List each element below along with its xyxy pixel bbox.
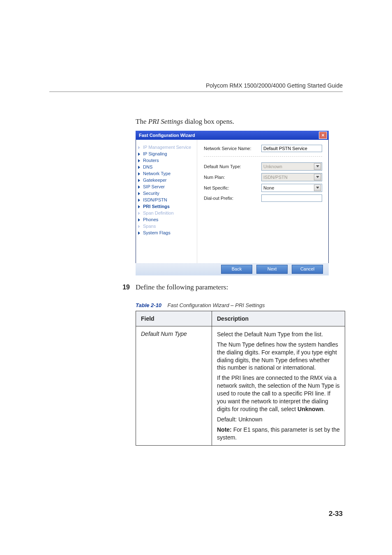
label-net-specific: Net Specific: (204, 185, 257, 190)
header-rule (49, 91, 343, 92)
nav-item-system-flags[interactable]: System Flags (138, 229, 194, 236)
td-field: Default Num Type (136, 326, 212, 446)
chevron-down-icon (314, 174, 321, 180)
select-num-plan: ISDN/PSTN (261, 173, 322, 181)
desc-p4: Default: Unknown (217, 416, 340, 423)
nav-item-spans: Spans (138, 223, 194, 229)
wizard-dialog: Fast Configuration Wizard × IP Managemen… (136, 131, 329, 275)
nav-item-gatekeeper[interactable]: Gatekeeper (138, 177, 194, 183)
th-field: Field (136, 311, 212, 326)
select-num-plan-value: ISDN/PSTN (263, 175, 288, 180)
desc-p1: Select the Default Num Type from the lis… (217, 331, 340, 338)
input-dial-out-prefix[interactable] (261, 194, 322, 202)
row-dial-out-prefix: Dial-out Prefix: (204, 194, 322, 202)
row-network-service-name: Network Service Name: (204, 145, 322, 152)
table-row: Default Num Type Select the Default Num … (136, 326, 345, 446)
intro-paragraph: The PRI Settings dialog box opens. (136, 117, 345, 127)
nav-item-sip-server[interactable]: SIP Server (138, 183, 194, 190)
desc-p3: If the PRI lines are connected to the RM… (217, 374, 340, 413)
label-dial-out-prefix: Dial-out Prefix: (204, 196, 257, 201)
dialog-title: Fast Configuration Wizard (139, 133, 195, 138)
th-description: Description (212, 311, 345, 326)
running-header: Polycom RMX 1500/2000/4000 Getting Start… (206, 82, 343, 89)
back-button[interactable]: Back (221, 265, 252, 274)
intro-suffix: dialog box opens. (183, 118, 234, 125)
table-caption-title: Fast Configuration Wizard – PRI Settings (168, 302, 265, 308)
desc-p3-bold: Unknown (297, 406, 323, 412)
label-default-num-type: Default Num Type: (204, 164, 257, 169)
td-description: Select the Default Num Type from the lis… (212, 326, 345, 446)
select-net-specific-value: None (263, 185, 274, 190)
dialog-buttons: Back Next Cancel (136, 263, 329, 275)
nav-item-dns[interactable]: DNS (138, 164, 194, 170)
wizard-nav: IP Management ServiceIP SignalingRouters… (136, 140, 197, 263)
intro-prefix: The (136, 118, 148, 125)
next-button[interactable]: Next (256, 265, 288, 274)
chevron-down-icon (314, 185, 321, 191)
pri-settings-table: Field Description Default Num Type Selec… (136, 311, 345, 446)
desc-p2: The Num Type defines how the system hand… (217, 341, 340, 372)
nav-item-phones[interactable]: Phones (138, 216, 194, 223)
nav-item-isdn-pstn[interactable]: ISDN/PSTN (138, 197, 194, 203)
select-default-num-type: Unknown (261, 162, 322, 171)
table-header-row: Field Description (136, 311, 345, 326)
close-icon[interactable]: × (319, 132, 327, 139)
nav-item-span-definition: Span Definition (138, 210, 194, 216)
dialog-titlebar: Fast Configuration Wizard × (136, 131, 329, 140)
input-network-service-name[interactable] (261, 145, 322, 152)
row-net-specific: Net Specific: None (204, 184, 322, 192)
desc-p5-text: For E1 spans, this parameter is set by t… (217, 426, 340, 441)
nav-item-ip-signaling[interactable]: IP Signaling (138, 150, 194, 157)
panel-divider (204, 156, 322, 157)
chevron-down-icon (314, 163, 321, 170)
step-number: 19 (118, 284, 130, 291)
label-num-plan: Num Plan: (204, 175, 257, 180)
nav-item-pri-settings[interactable]: PRI Settings (138, 203, 194, 210)
label-network-service-name: Network Service Name: (204, 146, 257, 151)
wizard-panel: Network Service Name: Default Num Type: … (197, 140, 329, 263)
nav-item-ip-management-service: IP Management Service (138, 144, 194, 150)
page-number: 2-33 (329, 510, 343, 518)
dialog-content: IP Management ServiceIP SignalingRouters… (136, 140, 329, 263)
page-body: The PRI Settings dialog box opens. Fast … (136, 117, 345, 446)
step-text: Define the following parameters: (136, 283, 228, 292)
table-caption: Table 2-10 Fast Configuration Wizard – P… (136, 302, 345, 308)
nav-item-routers[interactable]: Routers (138, 157, 194, 164)
desc-p5-label: Note: (217, 426, 232, 433)
row-default-num-type: Default Num Type: Unknown (204, 162, 322, 171)
intro-italic: PRI Settings (148, 118, 183, 125)
nav-item-network-type[interactable]: Network Type (138, 170, 194, 177)
page: Polycom RMX 1500/2000/4000 Getting Start… (0, 0, 392, 555)
nav-item-security[interactable]: Security (138, 190, 194, 197)
step-19: 19 Define the following parameters: (118, 283, 345, 296)
table-caption-number: Table 2-10 (136, 302, 161, 308)
select-net-specific[interactable]: None (261, 184, 322, 192)
select-default-num-type-value: Unknown (263, 164, 282, 169)
row-num-plan: Num Plan: ISDN/PSTN (204, 173, 322, 181)
desc-p3b: . (323, 406, 325, 412)
cancel-button[interactable]: Cancel (292, 265, 323, 274)
desc-p5: Note: For E1 spans, this parameter is se… (217, 426, 340, 442)
